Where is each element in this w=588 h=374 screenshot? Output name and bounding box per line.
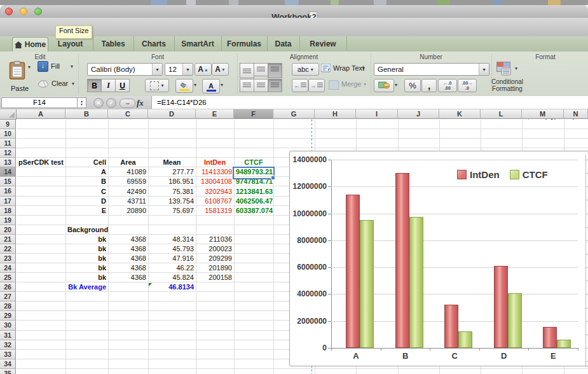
bar-ctcf-A[interactable]: [360, 220, 374, 348]
column-header-M[interactable]: M: [522, 109, 564, 119]
cell-B23[interactable]: bk: [65, 254, 108, 263]
cell-B15[interactable]: B: [65, 177, 108, 186]
column-header-N[interactable]: N: [564, 109, 588, 119]
tab-data[interactable]: Data: [267, 36, 300, 51]
underline-button[interactable]: U: [115, 79, 130, 92]
number-format-arrow[interactable]: ▾: [479, 64, 489, 75]
align-top-button[interactable]: [240, 63, 254, 78]
column-header-D[interactable]: D: [148, 109, 196, 119]
number-format-select[interactable]: General ▾: [374, 63, 489, 76]
tab-smartart[interactable]: SmartArt: [174, 36, 222, 51]
bar-intden-D[interactable]: [494, 266, 508, 348]
bar-ctcf-E[interactable]: [557, 340, 571, 348]
font-color-button[interactable]: A: [202, 79, 220, 94]
cell-D13[interactable]: Mean: [148, 158, 196, 167]
cell-C22[interactable]: 4368: [108, 244, 148, 254]
column-header-B[interactable]: B: [65, 109, 108, 119]
paste-split-button[interactable]: [9, 60, 25, 83]
bold-button[interactable]: B: [87, 79, 102, 92]
bar-intden-B[interactable]: [395, 173, 409, 348]
borders-button[interactable]: ▾: [145, 79, 169, 92]
row-header-19[interactable]: 19: [0, 216, 16, 225]
legend-item-intden[interactable]: IntDen: [457, 169, 500, 180]
grow-font-button[interactable]: A▲: [195, 63, 212, 76]
tab-tables[interactable]: Tables: [93, 36, 134, 51]
row-header-28[interactable]: 28: [0, 301, 16, 311]
chart-legend[interactable]: IntDenCTCF: [457, 169, 548, 180]
cell-B25[interactable]: bk: [65, 273, 108, 282]
cell-C16[interactable]: 42490: [108, 187, 148, 197]
cell-C21[interactable]: 4368: [108, 235, 148, 244]
fill-button[interactable]: Fill: [51, 62, 60, 70]
row-header-35[interactable]: 35: [0, 369, 16, 374]
bar-ctcf-B[interactable]: [409, 217, 423, 348]
cell-C23[interactable]: 4368: [108, 254, 148, 263]
selected-cell-outline[interactable]: [233, 167, 275, 179]
cell-B20[interactable]: Background: [65, 225, 108, 235]
row-header-31[interactable]: 31: [0, 331, 16, 340]
cell-B24[interactable]: bk: [65, 263, 108, 273]
shrink-font-button[interactable]: A▼: [212, 63, 229, 76]
clear-button[interactable]: Clear: [51, 80, 68, 87]
percent-style-button[interactable]: %: [404, 79, 421, 92]
column-header-A[interactable]: A: [17, 109, 65, 119]
paste-menu-arrow[interactable]: ▾: [28, 64, 31, 70]
cell-A13[interactable]: pSerCDK test: [17, 158, 65, 167]
column-header-K[interactable]: K: [439, 109, 481, 119]
row-header-32[interactable]: 32: [0, 340, 16, 350]
cell-D25[interactable]: 45.824: [148, 273, 196, 282]
accept-entry-button[interactable]: ✓: [106, 98, 116, 108]
currency-button[interactable]: [374, 79, 394, 92]
align-right-button[interactable]: [268, 79, 282, 92]
bar-intden-C[interactable]: [444, 305, 458, 348]
decrease-indent-button[interactable]: ←: [292, 79, 308, 92]
align-middle-button[interactable]: [254, 63, 268, 76]
cell-D22[interactable]: 45.793: [148, 244, 196, 254]
cell-C17[interactable]: 43711: [108, 197, 148, 206]
formula-builder-toggle[interactable]: [120, 99, 135, 108]
cell-D21[interactable]: 48.314: [148, 235, 196, 244]
bar-ctcf-C[interactable]: [458, 331, 472, 348]
row-header-30[interactable]: 30: [0, 321, 16, 330]
decrease-decimal-button[interactable]: .00→ .0: [458, 79, 477, 92]
column-header-F[interactable]: F: [234, 109, 273, 119]
tab-review[interactable]: Review: [299, 36, 347, 51]
cell-B16[interactable]: C: [65, 187, 108, 197]
conditional-formatting-button[interactable]: [496, 62, 513, 78]
legend-item-ctcf[interactable]: CTCF: [510, 169, 548, 180]
cell-D23[interactable]: 47.916: [148, 254, 196, 263]
tab-charts[interactable]: Charts: [133, 36, 175, 51]
font-size-select[interactable]: 12 ▾: [165, 63, 193, 76]
cell-E15[interactable]: 13004108: [196, 177, 234, 186]
embedded-chart[interactable]: 0200000040000006000000800000010000000120…: [289, 151, 588, 366]
comma-style-button[interactable]: ,: [421, 79, 437, 92]
align-left-button[interactable]: [240, 79, 254, 92]
wrap-text-arrow[interactable]: ▾: [362, 66, 365, 71]
cell-B21[interactable]: bk: [65, 235, 108, 244]
tab-formulas[interactable]: Formulas: [221, 36, 268, 51]
cell-E17[interactable]: 6108767: [196, 197, 234, 206]
cell-E13[interactable]: IntDen: [196, 158, 234, 167]
cell-C25[interactable]: 4368: [108, 273, 148, 282]
cell-E22[interactable]: 200023: [196, 244, 234, 254]
fill-handle[interactable]: [271, 176, 275, 180]
cell-C13[interactable]: Area: [108, 158, 148, 167]
fill-menu-arrow[interactable]: ▾: [71, 64, 73, 69]
align-center-button[interactable]: [254, 79, 268, 92]
row-header-27[interactable]: 27: [0, 292, 16, 301]
cell-F16[interactable]: 1213841.63: [234, 187, 273, 197]
font-family-arrow[interactable]: ▾: [152, 64, 162, 75]
cell-B18[interactable]: E: [65, 206, 108, 216]
currency-arrow[interactable]: ▾: [395, 82, 397, 88]
fill-color-button[interactable]: [175, 79, 193, 93]
row-header-33[interactable]: 33: [0, 350, 16, 359]
column-header-E[interactable]: E: [196, 109, 234, 119]
cell-F13[interactable]: CTCF: [234, 158, 273, 167]
row-header-29[interactable]: 29: [0, 311, 16, 321]
bar-intden-E[interactable]: [543, 327, 557, 348]
row-header-9[interactable]: 9: [0, 120, 16, 129]
text-orientation-button[interactable]: abc ▾: [292, 63, 319, 76]
cell-C14[interactable]: 41089: [108, 167, 148, 177]
increase-decimal-button[interactable]: ←.0 .00: [438, 79, 457, 92]
name-box-stepper[interactable]: ▲▼: [77, 97, 86, 108]
